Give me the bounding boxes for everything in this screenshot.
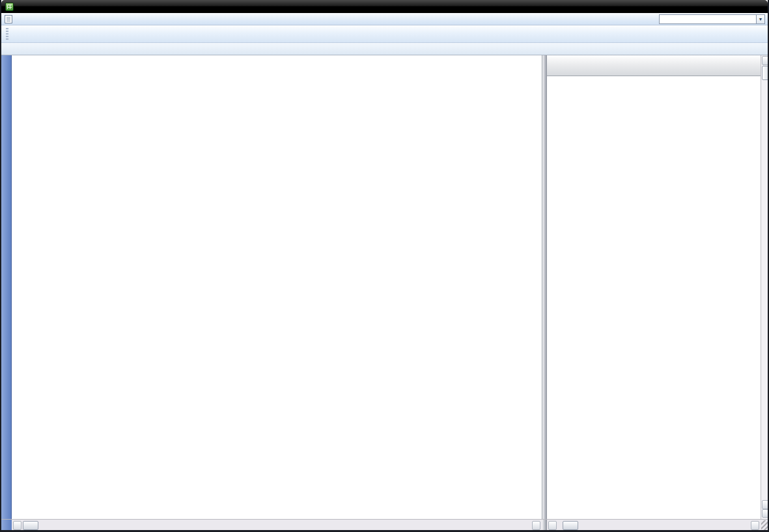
scroll-down-icon[interactable]: [762, 500, 769, 509]
chart-scroll-thumb[interactable]: [563, 521, 578, 530]
toolbar: [1, 25, 768, 43]
view-bar-footer: [1, 520, 12, 532]
app-icon: [5, 3, 14, 11]
vertical-scrollbar[interactable]: [761, 55, 769, 519]
gantt-canvas: [547, 76, 761, 519]
table-chart-splitter[interactable]: [542, 55, 547, 519]
table-scroll-left-icon[interactable]: [13, 521, 21, 530]
timescale-header[interactable]: [547, 55, 761, 76]
help-dropdown-icon[interactable]: ▼: [757, 14, 765, 24]
resize-grip[interactable]: [761, 520, 769, 532]
splitter-footer: [542, 520, 547, 532]
bottom-scroll-area: [1, 519, 769, 532]
task-table: [12, 55, 542, 519]
title-bar: [1, 0, 768, 13]
chart-scroll-right-icon[interactable]: [751, 521, 759, 530]
help-search-input[interactable]: [659, 14, 757, 24]
menu-bar: ▼: [1, 13, 768, 25]
toolbar-grip[interactable]: [6, 28, 8, 40]
view-bar: [1, 55, 12, 519]
help-search: ▼: [659, 14, 765, 24]
table-header-row: [12, 55, 542, 76]
document-icon: [5, 15, 12, 23]
window-split-box[interactable]: [762, 509, 769, 518]
gantt-chart: [547, 55, 761, 519]
app-window: ▼: [0, 0, 769, 532]
table-scroll-right-icon[interactable]: [532, 521, 540, 530]
entry-bar[interactable]: [1, 43, 768, 55]
scroll-up-icon[interactable]: [762, 56, 769, 65]
chart-scroll-left-icon[interactable]: [548, 521, 557, 530]
table-scroll-thumb[interactable]: [23, 521, 38, 530]
workspace: [1, 55, 769, 519]
vertical-scroll-thumb[interactable]: [762, 66, 769, 80]
